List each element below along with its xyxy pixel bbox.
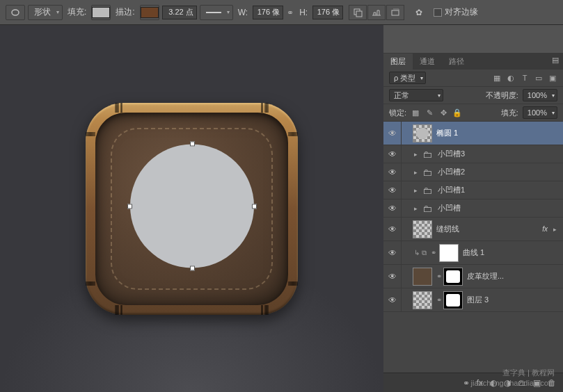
folder-icon: 🗀 <box>421 199 434 218</box>
watermark: 查字典 | 教程网 jiaocheng.chazidian.com <box>471 368 555 388</box>
panel-tabs: 图层 通道 路径 ▤ <box>383 53 563 70</box>
layer-row[interactable]: 👁 ▸ 🗀 小凹槽2 <box>383 163 563 181</box>
lock-paint-icon[interactable]: ✎ <box>425 108 434 117</box>
visibility-icon[interactable]: 👁 <box>383 181 402 199</box>
layer-name[interactable]: 皮革纹理... <box>467 271 559 281</box>
layer-name[interactable]: 图层 3 <box>467 295 559 305</box>
stroke-label: 描边: <box>116 6 134 18</box>
opacity-label: 不透明度: <box>486 90 518 101</box>
lock-position-icon[interactable]: ✥ <box>438 108 448 117</box>
link-wh-icon[interactable]: ⚭ <box>286 8 294 17</box>
visibility-icon[interactable]: 👁 <box>383 288 402 311</box>
height-label: H: <box>299 8 308 17</box>
link-mask-icon[interactable]: ⚭ <box>436 296 442 304</box>
align-edges-checkbox[interactable]: 对齐边缘 <box>434 6 478 18</box>
filter-type-dropdown[interactable]: ρ 类型 <box>389 72 426 84</box>
opacity-input[interactable]: 100% <box>523 89 557 101</box>
layer-thumbnail[interactable] <box>413 124 432 142</box>
layer-name[interactable]: 小凹槽1 <box>438 185 559 195</box>
visibility-icon[interactable]: 👁 <box>383 163 402 181</box>
transform-handle[interactable] <box>190 266 195 270</box>
layer-name[interactable]: 小凹槽 <box>438 203 559 213</box>
layer-name[interactable]: 椭圆 1 <box>436 128 559 138</box>
layer-row[interactable]: 👁 ⚭ 图层 3 <box>383 288 563 312</box>
layer-row[interactable]: 👁 ▸ 🗀 小凹槽1 <box>383 181 563 199</box>
filter-adjust-icon[interactable]: ◐ <box>506 73 516 83</box>
link-mask-icon[interactable]: ⚭ <box>436 272 442 280</box>
icon-artwork <box>86 103 298 315</box>
stroke-width-input[interactable] <box>162 6 197 19</box>
visibility-icon[interactable]: 👁 <box>383 241 402 264</box>
mask-thumbnail[interactable] <box>443 268 463 286</box>
layer-thumbnail[interactable] <box>413 291 432 309</box>
fill-opacity-input[interactable]: 100% <box>523 106 557 119</box>
layer-thumbnail[interactable] <box>413 268 432 286</box>
blend-row: 正常 不透明度: 100% <box>383 87 563 104</box>
align-edges-label: 对齐边缘 <box>445 6 478 18</box>
fx-badge[interactable]: fx <box>542 225 548 233</box>
layer-row[interactable]: 👁 ▸ 🗀 小凹槽 <box>383 199 563 218</box>
disclosure-icon[interactable]: ▸ <box>411 187 420 194</box>
tool-preset-button[interactable] <box>6 5 25 20</box>
height-input[interactable] <box>312 6 343 19</box>
width-input[interactable] <box>253 6 283 19</box>
layer-thumbnail[interactable] <box>413 220 432 238</box>
layer-name[interactable]: 小凹槽3 <box>438 149 559 159</box>
link-layers-icon[interactable]: ⚭ <box>463 378 470 388</box>
visibility-icon[interactable]: 👁 <box>383 199 402 217</box>
fill-opacity-label: 填充: <box>501 108 518 118</box>
folder-icon: 🗀 <box>421 181 434 199</box>
fill-swatch[interactable] <box>91 5 111 20</box>
layer-filter-row: ρ 类型 ▦ ◐ T ▭ ▣ <box>383 70 563 87</box>
disclosure-icon[interactable]: ▸ <box>411 151 420 158</box>
layer-row[interactable]: 👁 缝纫线 fx ▸ <box>383 218 563 241</box>
disclosure-icon[interactable]: ▸ <box>411 169 420 176</box>
visibility-icon[interactable]: 👁 <box>383 145 402 163</box>
mask-thumbnail[interactable] <box>439 244 459 262</box>
lock-transparency-icon[interactable]: ▩ <box>411 108 420 117</box>
panel-menu-icon[interactable]: ▤ <box>552 56 559 65</box>
layer-name[interactable]: 小凹槽2 <box>438 167 559 177</box>
transform-handle[interactable] <box>190 141 195 146</box>
layer-row[interactable]: 👁 ⚭ 皮革纹理... <box>383 265 563 288</box>
visibility-icon[interactable]: 👁 <box>383 265 402 288</box>
fill-label: 填充: <box>68 6 86 18</box>
visibility-icon[interactable]: 👁 <box>383 122 402 145</box>
path-align-button[interactable] <box>367 5 386 20</box>
tab-channels[interactable]: 通道 <box>413 54 442 70</box>
lock-all-icon[interactable]: 🔒 <box>452 108 462 117</box>
tab-layers[interactable]: 图层 <box>383 54 413 70</box>
blend-mode-dropdown[interactable]: 正常 <box>389 89 443 101</box>
layer-row[interactable]: 👁 ▸ 🗀 小凹槽3 <box>383 145 563 163</box>
layer-row[interactable]: 👁 椭圆 1 <box>383 122 563 145</box>
folder-icon: 🗀 <box>421 163 434 181</box>
link-mask-icon[interactable]: ⚭ <box>431 249 436 256</box>
path-arrange-button[interactable] <box>386 5 404 20</box>
lock-label: 锁定: <box>389 108 406 118</box>
mode-dropdown[interactable]: 形状 <box>28 5 63 20</box>
filter-smart-icon[interactable]: ▣ <box>548 73 557 83</box>
tab-paths[interactable]: 路径 <box>442 54 471 70</box>
layer-name[interactable]: 曲线 1 <box>463 247 559 258</box>
settings-icon[interactable]: ✿ <box>411 5 427 20</box>
disclosure-icon[interactable]: ▸ <box>411 205 420 212</box>
path-combine-button[interactable] <box>349 5 367 20</box>
mask-thumbnail[interactable] <box>443 291 463 309</box>
layer-row[interactable]: 👁 ↳⧉ ⚭ 曲线 1 <box>383 241 563 265</box>
layer-name[interactable]: 缝纫线 <box>436 224 542 234</box>
ellipse-shape[interactable] <box>130 144 254 268</box>
visibility-icon[interactable]: 👁 <box>383 218 402 240</box>
path-ops-group <box>349 5 404 20</box>
filter-image-icon[interactable]: ▦ <box>492 73 502 83</box>
stroke-style-dropdown[interactable] <box>200 5 233 20</box>
disclosure-icon[interactable]: ▸ <box>550 226 559 233</box>
svg-rect-2 <box>356 11 362 17</box>
transform-handle[interactable] <box>252 204 257 209</box>
transform-handle[interactable] <box>127 204 132 209</box>
canvas-area[interactable] <box>0 25 383 392</box>
filter-shape-icon[interactable]: ▭ <box>534 73 544 83</box>
filter-type-icon[interactable]: T <box>520 73 530 83</box>
stroke-swatch[interactable] <box>140 5 159 20</box>
options-bar: 形状 填充: 描边: W: ⚭ H: ✿ 对齐边缘 <box>0 0 563 25</box>
workspace: 图层 通道 路径 ▤ ρ 类型 ▦ ◐ T ▭ ▣ 正常 不透明度: 100% … <box>0 25 563 392</box>
